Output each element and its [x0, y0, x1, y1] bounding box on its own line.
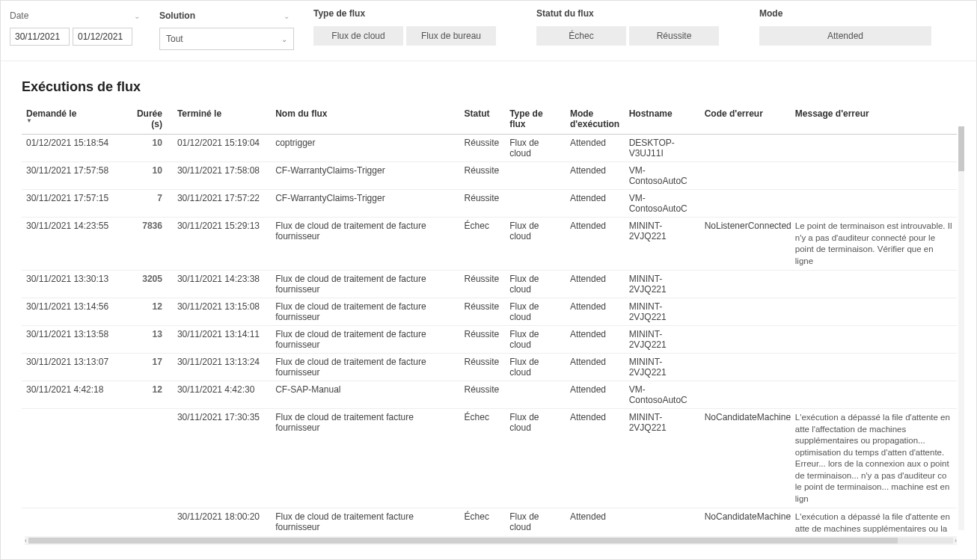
cell-mode: Attended — [566, 135, 625, 162]
cell-termine: 30/11/2021 13:14:11 — [173, 326, 271, 354]
table-row[interactable]: 30/11/2021 14:23:55783630/11/2021 15:29:… — [22, 218, 957, 271]
cell-duree: 17 — [120, 354, 173, 381]
date-to-input[interactable] — [73, 28, 132, 46]
chevron-down-icon[interactable]: ⌄ — [134, 12, 144, 20]
flowtype-cloud-button[interactable]: Flux de cloud — [313, 26, 403, 46]
cell-mode: Attended — [566, 218, 625, 271]
cell-termine: 30/11/2021 17:58:08 — [173, 162, 271, 190]
cell-demande: 30/11/2021 14:23:55 — [22, 218, 120, 271]
table-row[interactable]: 01/12/2021 15:18:541001/12/2021 15:19:04… — [22, 135, 957, 162]
date-from-input[interactable] — [10, 28, 70, 46]
cell-nom: Flux de cloud de traitement de facture f… — [271, 271, 459, 298]
col-host[interactable]: Hostname — [625, 104, 700, 135]
cell-host: MININT-2VJQ221 — [625, 218, 700, 271]
cell-host: MININT-2VJQ221 — [625, 271, 700, 298]
filter-flowstatus: Statut du flux Échec Réussite — [536, 8, 719, 46]
cell-demande: 01/12/2021 15:18:54 — [22, 135, 120, 162]
table-row[interactable]: 30/11/2021 13:13:071730/11/2021 13:13:24… — [22, 354, 957, 381]
cell-statut: Réussite — [460, 354, 506, 381]
horizontal-scrollbar-thumb[interactable] — [28, 538, 898, 544]
table-row[interactable]: 30/11/2021 13:13:581330/11/2021 13:14:11… — [22, 326, 957, 354]
cell-code — [700, 381, 791, 409]
section-title: Exécutions de flux — [22, 79, 976, 95]
cell-nom: Flux de cloud de traitement de facture f… — [271, 298, 459, 326]
status-fail-button[interactable]: Échec — [536, 26, 626, 46]
col-mode[interactable]: Mode d'exécution — [566, 104, 625, 135]
cell-mode: Attended — [566, 271, 625, 298]
filter-solution: Solution ⌄ Tout ⌄ — [159, 8, 294, 50]
cell-demande: 30/11/2021 13:14:56 — [22, 298, 120, 326]
cell-type — [505, 190, 566, 218]
cell-duree: 12 — [120, 381, 173, 409]
cell-duree: 13 — [120, 326, 173, 354]
cell-type: Flux de cloud — [505, 135, 566, 162]
cell-statut: Réussite — [460, 135, 506, 162]
scroll-left-icon[interactable]: ‹ — [25, 537, 27, 544]
horizontal-scrollbar-track[interactable] — [28, 538, 953, 544]
cell-statut: Échec — [460, 409, 506, 508]
table-row[interactable]: 30/11/2021 17:30:35Flux de cloud de trai… — [22, 409, 957, 508]
cell-termine: 30/11/2021 17:57:22 — [173, 190, 271, 218]
cell-type: Flux de cloud — [505, 218, 566, 271]
cell-demande: 30/11/2021 13:13:58 — [22, 326, 120, 354]
cell-demande: 30/11/2021 4:42:18 — [22, 381, 120, 409]
cell-code — [700, 354, 791, 381]
col-demande[interactable]: Demandé le▼ — [22, 104, 120, 135]
table-row[interactable]: 30/11/2021 13:14:561230/11/2021 13:15:08… — [22, 298, 957, 326]
status-success-button[interactable]: Réussite — [629, 26, 719, 46]
vertical-scrollbar-thumb[interactable] — [958, 126, 964, 171]
cell-host: MININT-2VJQ221 — [625, 298, 700, 326]
cell-duree: 3205 — [120, 271, 173, 298]
cell-code: NoCandidateMachine — [700, 409, 791, 508]
cell-code — [700, 326, 791, 354]
cell-msg — [791, 354, 957, 381]
table-row[interactable]: 30/11/2021 13:30:13320530/11/2021 14:23:… — [22, 271, 957, 298]
chevron-down-icon[interactable]: ⌄ — [284, 12, 294, 20]
col-termine[interactable]: Terminé le — [173, 104, 271, 135]
cell-code — [700, 190, 791, 218]
col-code[interactable]: Code d'erreur — [700, 104, 791, 135]
cell-msg — [791, 135, 957, 162]
col-duree[interactable]: Durée (s) — [120, 104, 173, 135]
cell-demande: 30/11/2021 13:30:13 — [22, 271, 120, 298]
mode-attended-button[interactable]: Attended — [759, 26, 931, 46]
cell-mode: Attended — [566, 354, 625, 381]
cell-type — [505, 381, 566, 409]
cell-code: NoListenerConnected — [700, 218, 791, 271]
cell-statut: Réussite — [460, 381, 506, 409]
cell-duree: 10 — [120, 135, 173, 162]
cell-type: Flux de cloud — [505, 271, 566, 298]
cell-mode: Attended — [566, 162, 625, 190]
cell-type: Flux de cloud — [505, 354, 566, 381]
table-row[interactable]: 30/11/2021 17:57:15730/11/2021 17:57:22C… — [22, 190, 957, 218]
cell-termine: 01/12/2021 15:19:04 — [173, 135, 271, 162]
table-row[interactable]: 30/11/2021 17:57:581030/11/2021 17:58:08… — [22, 162, 957, 190]
table-row[interactable]: 30/11/2021 4:42:181230/11/2021 4:42:30CF… — [22, 381, 957, 409]
filter-mode: Mode Attended — [759, 8, 931, 46]
filter-bar: Date ⌄ Solution ⌄ Tout ⌄ Type de flux Fl… — [1, 1, 976, 61]
cell-demande — [22, 409, 120, 508]
col-statut[interactable]: Statut — [460, 104, 506, 135]
cell-code — [700, 298, 791, 326]
cell-termine: 30/11/2021 17:30:35 — [173, 409, 271, 508]
cell-mode: Attended — [566, 298, 625, 326]
vertical-scrollbar[interactable] — [958, 126, 964, 530]
cell-nom: CF-SAP-Manual — [271, 381, 459, 409]
cell-msg: Le point de terminaison est introuvable.… — [791, 218, 957, 271]
cell-host: VM-ContosoAutoC — [625, 381, 700, 409]
flowtype-desktop-button[interactable]: Flux de bureau — [406, 26, 496, 46]
col-nom[interactable]: Nom du flux — [271, 104, 459, 135]
horizontal-scrollbar[interactable]: ‹ › — [25, 536, 957, 545]
cell-host: DESKTOP-V3UJ11I — [625, 135, 700, 162]
cell-msg — [791, 381, 957, 409]
cell-statut: Réussite — [460, 190, 506, 218]
scroll-right-icon[interactable]: › — [955, 537, 957, 544]
col-msg[interactable]: Message d'erreur — [791, 104, 957, 135]
col-type[interactable]: Type de flux — [505, 104, 566, 135]
cell-type: Flux de cloud — [505, 298, 566, 326]
solution-select[interactable]: Tout ⌄ — [159, 28, 294, 50]
cell-statut: Réussite — [460, 326, 506, 354]
filter-flowtype-label: Type de flux — [313, 8, 496, 19]
cell-mode: Attended — [566, 326, 625, 354]
cell-statut: Réussite — [460, 162, 506, 190]
